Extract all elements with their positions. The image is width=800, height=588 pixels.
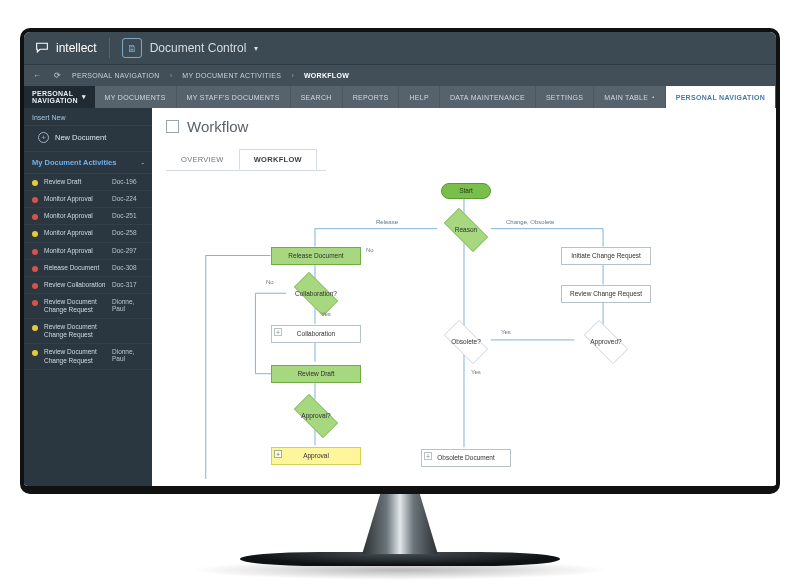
subtab-overview[interactable]: OVERVIEW xyxy=(166,149,239,170)
sidebar-item-label: Review Collaboration xyxy=(44,281,106,289)
flow-collaboration-decision[interactable]: Collaboration? xyxy=(287,279,345,309)
edge-label: Yes xyxy=(471,369,481,375)
sidebar-item[interactable]: Review Document Change RequestDionne, Pa… xyxy=(24,294,152,319)
flow-approval-decision[interactable]: Approval? xyxy=(287,401,345,431)
sidebar-item-label: Review Document Change Request xyxy=(44,298,106,314)
sidebar-item[interactable]: Review CollaborationDoc-317 xyxy=(24,277,152,294)
sidebar-section-label: My Document Activities xyxy=(32,158,116,167)
collapse-icon: - xyxy=(142,158,145,167)
sidebar-item-value: Doc-317 xyxy=(112,281,146,288)
sidebar-item[interactable]: Monitor ApprovalDoc-297 xyxy=(24,243,152,260)
flow-approved-decision[interactable]: Approved? xyxy=(577,327,635,357)
flow-obsolete-document[interactable]: +Obsolete Document xyxy=(421,449,511,467)
subheader: PERSONAL NAVIGATION ▾ MY DOCUMENTSMY STA… xyxy=(24,86,776,108)
flow-reason-decision[interactable]: Reason xyxy=(437,215,495,245)
tab-my-documents[interactable]: MY DOCUMENTS xyxy=(95,86,177,108)
content-subtabs: OVERVIEW WORKFLOW xyxy=(166,149,326,171)
plus-icon: + xyxy=(38,132,49,143)
document-icon: 🗎 xyxy=(122,38,142,58)
tab-data-maintenance[interactable]: DATA MAINTENANCE xyxy=(440,86,536,108)
sidebar-item[interactable]: Review Document Change Request xyxy=(24,319,152,344)
edge-label: Release xyxy=(376,219,398,225)
sidebar-item[interactable]: Release DocumentDoc-308 xyxy=(24,260,152,277)
breadcrumb-item-current: WORKFLOW xyxy=(304,72,349,79)
status-dot-icon xyxy=(32,231,38,237)
flow-initiate-change[interactable]: Initiate Change Request xyxy=(561,247,651,265)
page-title-text: Workflow xyxy=(187,118,248,135)
status-dot-icon xyxy=(32,214,38,220)
sidebar-item[interactable]: Monitor ApprovalDoc-258 xyxy=(24,225,152,242)
flow-release-document[interactable]: Release Document xyxy=(271,247,361,265)
sidebar-item-value: Dionne, Paul xyxy=(112,348,146,362)
edge-label: Yes xyxy=(501,329,511,335)
app-topbar: intellect 🗎 Document Control ▾ xyxy=(24,32,776,64)
sidebar-item-value: Doc-297 xyxy=(112,247,146,254)
tab-my-staff-s-documents[interactable]: MY STAFF'S DOCUMENTS xyxy=(177,86,291,108)
sidebar: Insert New + New Document My Document Ac… xyxy=(24,108,152,486)
monitor-bezel: intellect 🗎 Document Control ▾ ← ⟳ PERSO… xyxy=(20,28,780,494)
sidebar-item-label: Monitor Approval xyxy=(44,247,106,255)
app-screen: intellect 🗎 Document Control ▾ ← ⟳ PERSO… xyxy=(24,32,776,486)
sidebar-section-insert: Insert New xyxy=(24,108,152,126)
breadcrumb-item[interactable]: PERSONAL NAVIGATION xyxy=(72,72,160,79)
sidebar-item-value: Doc-308 xyxy=(112,264,146,271)
monitor-shadow xyxy=(190,560,610,580)
flow-review-change[interactable]: Review Change Request xyxy=(561,285,651,303)
sidebar-item-value: Doc-196 xyxy=(112,178,146,185)
tab-personal-navigation[interactable]: PERSONAL NAVIGATION xyxy=(666,86,776,108)
workflow-diagram: Start Reason Release Change, Obsolete Re… xyxy=(166,181,762,486)
status-dot-icon xyxy=(32,283,38,289)
new-document-label: New Document xyxy=(55,133,106,142)
body: Insert New + New Document My Document Ac… xyxy=(24,108,776,486)
refresh-icon[interactable]: ⟳ xyxy=(52,71,62,80)
new-document-button[interactable]: + New Document xyxy=(24,126,152,151)
module-selector[interactable]: 🗎 Document Control ▾ xyxy=(122,38,259,58)
sidebar-item[interactable]: Review Document Change RequestDionne, Pa… xyxy=(24,344,152,369)
sidebar-item-label: Monitor Approval xyxy=(44,212,106,220)
status-dot-icon xyxy=(32,180,38,186)
flow-approval[interactable]: +Approval xyxy=(271,447,361,465)
page-title: Workflow xyxy=(166,118,762,135)
chat-bubble-icon xyxy=(34,40,50,56)
sidebar-title-text: PERSONAL NAVIGATION xyxy=(32,90,82,104)
tab-reports[interactable]: REPORTS xyxy=(343,86,400,108)
sidebar-item[interactable]: Monitor ApprovalDoc-251 xyxy=(24,208,152,225)
tabs-bar: MY DOCUMENTSMY STAFF'S DOCUMENTSSEARCHRE… xyxy=(95,86,776,108)
checkbox[interactable] xyxy=(166,120,179,133)
sidebar-activity-list: Review DraftDoc-196Monitor ApprovalDoc-2… xyxy=(24,174,152,486)
tab-main-table[interactable]: MAIN TABLE xyxy=(594,86,665,108)
edge-label: Yes xyxy=(321,311,331,317)
tab-search[interactable]: SEARCH xyxy=(291,86,343,108)
sidebar-item-label: Review Document Change Request xyxy=(44,348,106,364)
sidebar-item-value: Doc-251 xyxy=(112,212,146,219)
sidebar-item-value: Dionne, Paul xyxy=(112,298,146,312)
breadcrumb-item[interactable]: MY DOCUMENT ACTIVITIES xyxy=(182,72,281,79)
flow-start[interactable]: Start xyxy=(441,183,491,199)
vertical-divider xyxy=(109,38,110,58)
subtab-workflow[interactable]: WORKFLOW xyxy=(239,149,317,170)
caret-down-icon: ▾ xyxy=(82,93,86,101)
sidebar-item-label: Release Document xyxy=(44,264,106,272)
sidebar-item[interactable]: Monitor ApprovalDoc-224 xyxy=(24,191,152,208)
module-title: Document Control xyxy=(150,41,247,55)
flow-collaboration[interactable]: +Collaboration xyxy=(271,325,361,343)
status-dot-icon xyxy=(32,325,38,331)
back-icon[interactable]: ← xyxy=(32,71,42,80)
sidebar-section-activities[interactable]: My Document Activities - xyxy=(24,151,152,174)
flow-review-draft[interactable]: Review Draft xyxy=(271,365,361,383)
sidebar-item-label: Monitor Approval xyxy=(44,229,106,237)
caret-down-icon: ▾ xyxy=(254,44,258,53)
sidebar-item-value: Doc-258 xyxy=(112,229,146,236)
sidebar-item[interactable]: Review DraftDoc-196 xyxy=(24,174,152,191)
sidebar-title[interactable]: PERSONAL NAVIGATION ▾ xyxy=(24,86,95,108)
main-content: Workflow OVERVIEW WORKFLOW xyxy=(152,108,776,486)
edge-label: No xyxy=(366,247,374,253)
tab-help[interactable]: HELP xyxy=(399,86,440,108)
sidebar-item-label: Review Document Change Request xyxy=(44,323,106,339)
edge-label: No xyxy=(266,279,274,285)
sidebar-item-label: Monitor Approval xyxy=(44,195,106,203)
flow-obsolete-decision[interactable]: Obsolete? xyxy=(437,327,495,357)
brand-logo[interactable]: intellect xyxy=(34,40,97,56)
monitor-frame: intellect 🗎 Document Control ▾ ← ⟳ PERSO… xyxy=(20,28,780,580)
tab-settings[interactable]: SETTINGS xyxy=(536,86,594,108)
